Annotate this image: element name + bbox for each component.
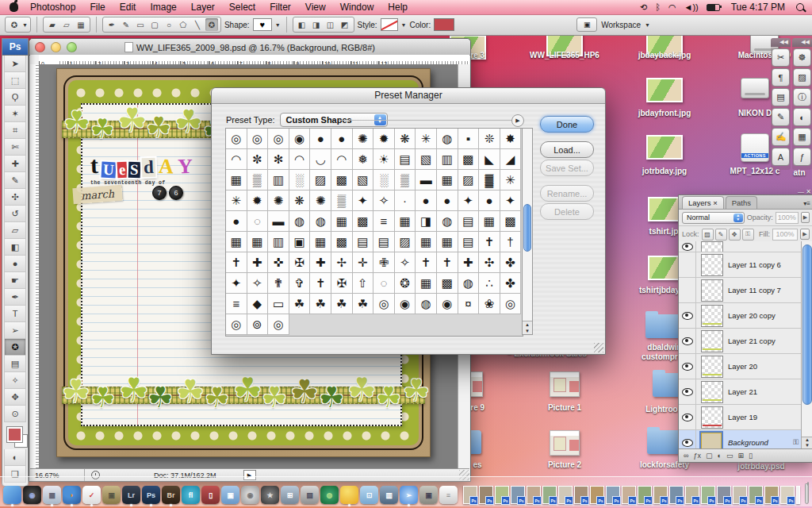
shape-preset[interactable]: ▨: [458, 169, 480, 190]
shape-preset[interactable]: ✤: [500, 272, 522, 294]
tab-layers[interactable]: Layers ×: [682, 196, 724, 209]
shape-preset[interactable]: ◎: [267, 314, 289, 335]
shape-preset[interactable]: ☀: [373, 148, 395, 170]
eraser-tool[interactable]: ▱: [4, 222, 26, 239]
scanner[interactable]: ▤: [301, 486, 319, 504]
dialog-scroll-thumb[interactable]: [523, 204, 531, 252]
visibility-toggle[interactable]: [679, 241, 696, 252]
layer-name[interactable]: Layer 11 copy 7: [728, 286, 802, 294]
visibility-toggle[interactable]: [679, 430, 696, 448]
shape-preset[interactable]: ∴: [478, 272, 500, 294]
fill-slider-arrow[interactable]: ▶: [800, 229, 810, 240]
shape-preset[interactable]: ░: [373, 169, 395, 190]
shape-preset[interactable]: ✺: [309, 190, 331, 211]
shape-preset[interactable]: ◍: [458, 272, 480, 294]
shape-preset[interactable]: ▥: [267, 169, 289, 190]
shape-preset[interactable]: ●: [309, 128, 331, 149]
shape-preset[interactable]: ✦: [225, 272, 247, 294]
layer-name[interactable]: Layer 21: [728, 387, 802, 396]
shape-preset[interactable]: ✛: [352, 252, 374, 273]
layers-scrollbar[interactable]: ▲▼: [801, 241, 812, 448]
desktop-icon[interactable]: [737, 78, 773, 98]
shape-preset[interactable]: ▦: [394, 210, 416, 232]
menu-item[interactable]: Help: [381, 0, 415, 14]
fill-pixels-icon[interactable]: ▦: [75, 18, 87, 31]
duck[interactable]: [340, 486, 358, 504]
minimized-document[interactable]: Ps: [780, 486, 795, 504]
minimized-document[interactable]: Ps: [527, 486, 541, 504]
shape-preset[interactable]: ▦: [225, 169, 247, 190]
line-tool-icon[interactable]: ╲: [191, 18, 204, 31]
layer-row[interactable]: Layer 20 ⚿: [679, 354, 802, 379]
menu-item[interactable]: Select: [222, 0, 262, 14]
visibility-toggle[interactable]: [679, 379, 696, 404]
shape-preset[interactable]: ▒: [331, 190, 353, 211]
photoshop[interactable]: Ps: [142, 486, 160, 504]
shape-tool[interactable]: ✪: [4, 339, 26, 356]
shape-preset[interactable]: ◣: [478, 148, 500, 170]
spotlight-icon[interactable]: [796, 3, 804, 11]
lock-all-icon[interactable]: ⚿: [742, 229, 754, 241]
shape-preset[interactable]: ◉: [436, 293, 458, 314]
lightroom[interactable]: Lr: [122, 486, 140, 504]
minimized-document[interactable]: Ps: [463, 486, 477, 504]
shape-preset[interactable]: ◨: [415, 210, 437, 232]
layer-row[interactable]: Layer 20 copy ⚿: [679, 303, 802, 329]
shape-preset[interactable]: ✦: [458, 190, 480, 211]
shape-preset[interactable]: ▧: [415, 148, 437, 170]
shape-preset[interactable]: ☘: [352, 293, 374, 314]
shape-preset[interactable]: ▦: [247, 231, 269, 252]
actions-icon[interactable]: ☸: [793, 48, 811, 67]
blur-tool[interactable]: ●: [4, 256, 26, 272]
shape-preset[interactable]: ✠: [289, 252, 311, 273]
shape-preset[interactable]: ✸: [500, 128, 522, 149]
shape-preset[interactable]: ▦: [415, 272, 437, 294]
character-icon[interactable]: A: [772, 148, 790, 166]
paths-icon[interactable]: ▱: [60, 18, 73, 31]
group-icon[interactable]: ▭: [726, 452, 733, 460]
shape-preset[interactable]: ✚: [247, 252, 269, 273]
shape-preset[interactable]: ☘: [331, 293, 353, 314]
opacity-value[interactable]: 100%: [776, 212, 799, 224]
shape-preset[interactable]: ▦: [436, 231, 458, 252]
volume-icon[interactable]: ◄)): [684, 2, 699, 12]
shape-preset[interactable]: ▤: [458, 210, 480, 232]
shape-preset[interactable]: ✝: [309, 272, 331, 294]
lock-transparency-icon[interactable]: ▨: [702, 229, 714, 241]
subtract-shape-icon[interactable]: ◨: [310, 18, 323, 31]
desktop-icon[interactable]: [646, 135, 683, 160]
shape-preset[interactable]: ▓: [478, 169, 500, 190]
add-shape-icon[interactable]: ◧: [296, 18, 308, 31]
shape-preset[interactable]: ✢: [331, 252, 353, 273]
shape-preset[interactable]: ❋: [394, 128, 416, 149]
shape-preset[interactable]: ▦: [309, 231, 331, 252]
pen-tool-icon[interactable]: ✒: [105, 18, 118, 31]
stickies[interactable]: ✓: [82, 486, 101, 504]
quick-mask-button[interactable]: ◐: [4, 449, 26, 466]
shape-preset[interactable]: ▩: [331, 169, 353, 190]
camera-app[interactable]: ▣: [102, 486, 121, 504]
minimized-document[interactable]: Ps: [749, 486, 763, 504]
shape-preset[interactable]: ◍: [436, 210, 458, 232]
layer-thumbnail[interactable]: [701, 305, 723, 327]
layers-scroll-arrows[interactable]: ▲▼: [802, 437, 812, 448]
shape-preset[interactable]: ❋: [289, 190, 311, 211]
shape-preset[interactable]: ◠: [289, 148, 311, 170]
minimized-document[interactable]: Ps: [701, 486, 715, 504]
desktop-icon[interactable]: [546, 430, 583, 456]
layer-name[interactable]: Layer 20 copy: [728, 311, 802, 320]
dialog-title[interactable]: Preset Manager: [212, 88, 605, 104]
bluetooth-icon[interactable]: ᛒ: [655, 2, 661, 12]
visibility-toggle[interactable]: [679, 354, 696, 379]
menu-item[interactable]: Window: [333, 0, 381, 14]
shape-preset[interactable]: ▨: [394, 231, 416, 252]
shape-preset[interactable]: ●: [478, 190, 500, 211]
minimized-document[interactable]: Ps: [685, 486, 699, 504]
desktop-icon[interactable]: [646, 78, 683, 102]
go-to-bridge-button[interactable]: ▣: [576, 17, 597, 32]
notes-tool[interactable]: ▤: [4, 356, 26, 372]
shape-preset[interactable]: ▩: [500, 210, 522, 232]
shape-preset[interactable]: ✚: [458, 252, 480, 273]
battery-icon[interactable]: [707, 4, 720, 11]
shape-preset[interactable]: ✠: [331, 272, 353, 294]
